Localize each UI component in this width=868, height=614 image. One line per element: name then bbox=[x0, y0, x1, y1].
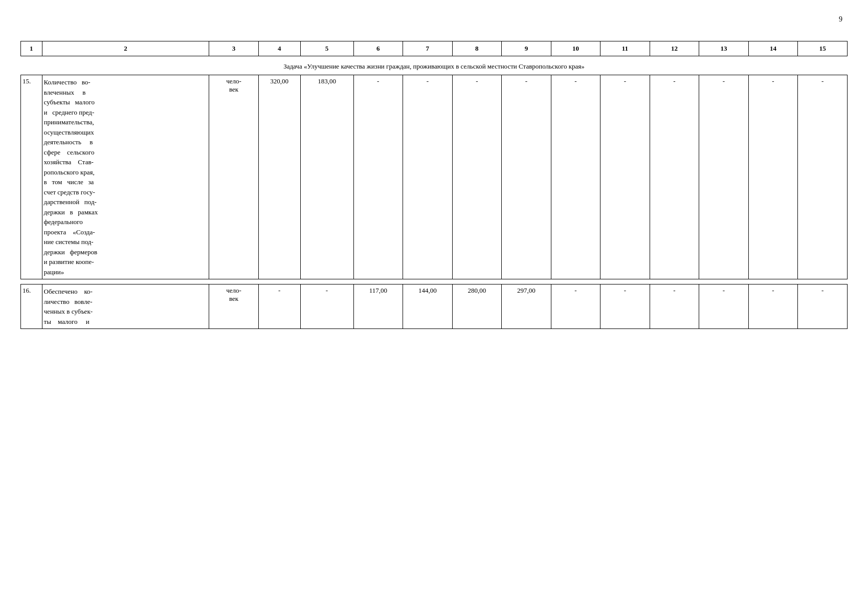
data-row-15: 15. Количество во- влеченных в субъекты … bbox=[21, 75, 848, 279]
row16-unit: чело-век bbox=[209, 284, 259, 329]
row16-col15: - bbox=[798, 284, 848, 329]
col-header-15: 15 bbox=[798, 41, 848, 56]
row15-col12: - bbox=[650, 75, 699, 279]
col-header-3: 3 bbox=[209, 41, 259, 56]
row15-num: 15. bbox=[21, 75, 42, 279]
row16-text: Обеспечено ко- личество вовле- ченных в … bbox=[42, 284, 209, 329]
row16-col5: - bbox=[300, 284, 353, 329]
row15-col13: - bbox=[699, 75, 749, 279]
spacer-row bbox=[21, 279, 848, 284]
col-header-5: 5 bbox=[300, 41, 353, 56]
row16-col9: 297,00 bbox=[502, 284, 551, 329]
row16-col12: - bbox=[650, 284, 699, 329]
col-header-7: 7 bbox=[403, 41, 453, 56]
row16-col8: 280,00 bbox=[452, 284, 502, 329]
col-header-4: 4 bbox=[258, 41, 300, 56]
row15-col5: 183,00 bbox=[300, 75, 353, 279]
row16-col10: - bbox=[551, 284, 600, 329]
row15-unit: чело-век bbox=[209, 75, 259, 279]
row15-col9: - bbox=[502, 75, 551, 279]
row16-col4: - bbox=[258, 284, 300, 329]
col-header-8: 8 bbox=[452, 41, 502, 56]
row16-col11: - bbox=[600, 284, 650, 329]
row16-col13: - bbox=[699, 284, 749, 329]
col-header-1: 1 bbox=[21, 41, 42, 56]
col-header-2: 2 bbox=[42, 41, 209, 56]
row15-col8: - bbox=[452, 75, 502, 279]
row15-col6: - bbox=[353, 75, 403, 279]
table-container: 1 2 3 4 5 6 7 8 9 10 11 12 13 14 15 bbox=[20, 41, 848, 329]
row15-col15: - bbox=[798, 75, 848, 279]
row16-num: 16. bbox=[21, 284, 42, 329]
col-header-14: 14 bbox=[748, 41, 798, 56]
page-number: 9 bbox=[839, 15, 842, 24]
column-header-row: 1 2 3 4 5 6 7 8 9 10 11 12 13 14 15 bbox=[21, 41, 848, 56]
row15-col11: - bbox=[600, 75, 650, 279]
col-header-9: 9 bbox=[502, 41, 551, 56]
row15-col14: - bbox=[748, 75, 798, 279]
row16-col14: - bbox=[748, 284, 798, 329]
page: 9 1 bbox=[0, 0, 868, 614]
row15-col10: - bbox=[551, 75, 600, 279]
data-row-16: 16. Обеспечено ко- личество вовле- ченны… bbox=[21, 284, 848, 329]
col-header-10: 10 bbox=[551, 41, 600, 56]
row16-col7: 144,00 bbox=[403, 284, 453, 329]
col-header-6: 6 bbox=[353, 41, 403, 56]
row15-col7: - bbox=[403, 75, 453, 279]
row15-col4: 320,00 bbox=[258, 75, 300, 279]
task-heading-cell: Задача «Улучшение качества жизни граждан… bbox=[21, 56, 848, 75]
main-table: 1 2 3 4 5 6 7 8 9 10 11 12 13 14 15 bbox=[20, 41, 848, 329]
row15-text: Количество во- влеченных в субъекты мало… bbox=[42, 75, 209, 279]
col-header-12: 12 bbox=[650, 41, 699, 56]
task-heading-row: Задача «Улучшение качества жизни граждан… bbox=[21, 56, 848, 75]
col-header-11: 11 bbox=[600, 41, 650, 56]
row16-col6: 117,00 bbox=[353, 284, 403, 329]
col-header-13: 13 bbox=[699, 41, 749, 56]
